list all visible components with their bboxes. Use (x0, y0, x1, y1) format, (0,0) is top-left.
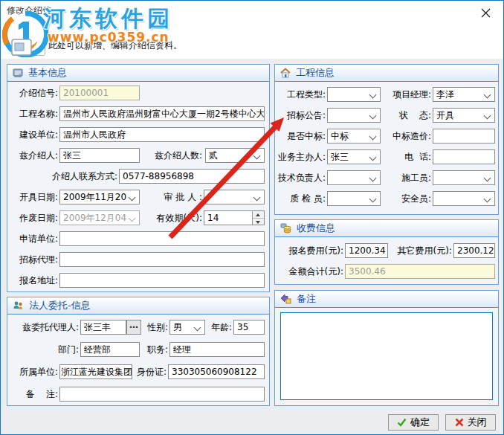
project-manager-combo[interactable]: 李泽 (433, 87, 495, 102)
chevron-down-icon (253, 194, 261, 202)
chevron-down-icon (369, 133, 377, 141)
fees-header: 收费信息 (275, 220, 498, 237)
registration-address-field[interactable] (59, 273, 265, 288)
total-amount-label: 金额合计(元): (277, 264, 343, 279)
introducer-contact-field[interactable]: 0577-88956898 (119, 169, 265, 184)
chevron-down-icon (129, 194, 136, 202)
close-icon (455, 418, 464, 427)
quality-inspector-combo[interactable] (327, 191, 381, 206)
people-icon (13, 300, 24, 311)
project-type-combo[interactable] (327, 87, 381, 102)
window-close-button[interactable] (476, 4, 494, 21)
chevron-down-icon (369, 154, 377, 161)
spinner-down-icon[interactable] (253, 219, 264, 225)
check-icon (397, 418, 407, 427)
approver-combo[interactable] (204, 190, 265, 204)
tech-leader-combo[interactable] (327, 170, 381, 185)
form-icon (13, 68, 23, 78)
invalid-date-label: 作废日期: (10, 210, 58, 225)
quality-inspector-label: 质 检 员: (275, 191, 326, 206)
notes-header: 备注 (275, 291, 498, 308)
chevron-down-icon (484, 112, 491, 120)
safety-officer-label: 安全员: (384, 191, 431, 206)
chevron-down-icon (253, 152, 261, 160)
bidding-agency-label: 招标代理: (10, 252, 58, 267)
approver-label: 审 批 人 : (138, 190, 202, 204)
intro-letter-no-field[interactable]: 20100001 (59, 86, 140, 100)
legal-delegate-panel: 法人委托-信息 兹委托代理人: 张三丰 … 性别: 男 年龄: 35 部门: 经… (7, 297, 270, 406)
spinner (252, 210, 264, 225)
legal-delegate-title: 法人委托-信息 (29, 299, 91, 312)
construction-unit-field[interactable]: 温州市人民政府 (59, 127, 265, 142)
basic-info-title: 基本信息 (28, 66, 67, 80)
bid-announcement-combo[interactable] (327, 108, 381, 123)
chevron-down-icon (194, 324, 201, 332)
phone-field[interactable] (433, 149, 495, 164)
chevron-down-icon (369, 91, 377, 99)
intro-letter-no-label: 介绍信号: (10, 86, 58, 100)
legal-remark-field[interactable] (59, 387, 265, 402)
introducer-count-label: 兹介绍人数: (138, 148, 202, 163)
project-name-label: 工程名称: (10, 106, 58, 121)
bid-won-label: 是否中标: (275, 129, 326, 144)
business-manager-combo[interactable]: 张三 (327, 149, 381, 164)
home-icon (280, 68, 291, 78)
dialog-window: 修改介绍信 此处可以新增、编辑介绍信资料。 河东软件园 www.pc0359.c… (0, 0, 504, 435)
status-combo[interactable]: 开具 (433, 108, 495, 123)
total-amount-field[interactable]: 3500.46 (345, 264, 495, 279)
signup-fee-field[interactable]: 1200.34 (345, 243, 388, 258)
delegate-agent-label: 兹委托代理人: (10, 320, 79, 335)
department-label: 部门: (10, 342, 79, 357)
age-field[interactable]: 35 (233, 320, 265, 335)
company-field[interactable]: 浙江蓝光建设集团 (59, 364, 132, 379)
project-info-header: 工程信息 (275, 65, 498, 82)
introducer-field[interactable]: 张三 (59, 148, 140, 163)
site-logo-icon (2, 11, 48, 57)
constructor-combo[interactable] (433, 170, 495, 185)
tech-leader-label: 技术负责人: (275, 170, 326, 185)
age-label: 年龄: (207, 320, 232, 335)
safety-officer-combo[interactable] (433, 191, 495, 206)
legal-delegate-header: 法人委托-信息 (7, 297, 269, 315)
spinner-up-icon[interactable] (253, 211, 264, 219)
issue-date-label: 开具日期: (10, 190, 58, 204)
validity-days-label: 有效期(天): (138, 210, 202, 225)
close-button[interactable]: 关闭 (445, 414, 496, 431)
chevron-down-icon (484, 196, 491, 203)
chevron-down-icon (369, 175, 377, 182)
bid-won-combo[interactable]: 中标 (327, 129, 381, 144)
invalid-date-combo[interactable]: 2009年12月04 (59, 210, 140, 225)
other-fee-field[interactable]: 2300.12 (453, 243, 495, 258)
bid-price-field[interactable] (433, 129, 495, 144)
chevron-down-icon (369, 196, 377, 203)
gender-combo[interactable]: 男 (169, 320, 205, 335)
bid-announcement-label: 招标公告: (275, 108, 326, 123)
company-label: 所属单位: (10, 364, 58, 379)
bidding-agency-field[interactable] (59, 252, 265, 267)
issue-date-combo[interactable]: 2009年11月20 (59, 190, 140, 204)
fees-title: 收费信息 (297, 222, 335, 235)
ok-button[interactable]: 确定 (388, 414, 439, 431)
coins-icon (280, 223, 291, 233)
project-name-field[interactable]: 温州市人民政府温州财富中心大厦一期2号楼中心大 (59, 106, 265, 121)
introducer-label: 兹介绍人: (10, 148, 58, 163)
basic-info-header: 基本信息 (7, 65, 269, 82)
duty-label: 职务: (143, 342, 168, 357)
status-label: 状 态: (384, 108, 431, 123)
introducer-count-combo[interactable]: 贰 (205, 148, 265, 163)
legal-remark-label: 备 注: (10, 387, 58, 402)
applicant-unit-label: 申请单位: (10, 231, 58, 246)
agent-browse-button[interactable]: … (126, 320, 141, 335)
construction-unit-label: 建设单位: (10, 127, 58, 142)
chevron-down-icon (484, 175, 491, 182)
delegate-agent-field[interactable]: 张三丰 (80, 320, 126, 335)
id-card-label: 身份证: (132, 364, 167, 379)
validity-days-spinner[interactable]: 14 (204, 210, 265, 225)
duty-field[interactable]: 经理 (169, 342, 265, 357)
id-card-field[interactable]: 330305060908122 (168, 364, 265, 379)
applicant-unit-field[interactable] (59, 231, 265, 246)
gender-label: 性别: (143, 320, 168, 335)
department-field[interactable]: 经营部 (80, 342, 140, 357)
notes-textarea[interactable] (280, 312, 493, 400)
chevron-down-icon (484, 91, 491, 99)
